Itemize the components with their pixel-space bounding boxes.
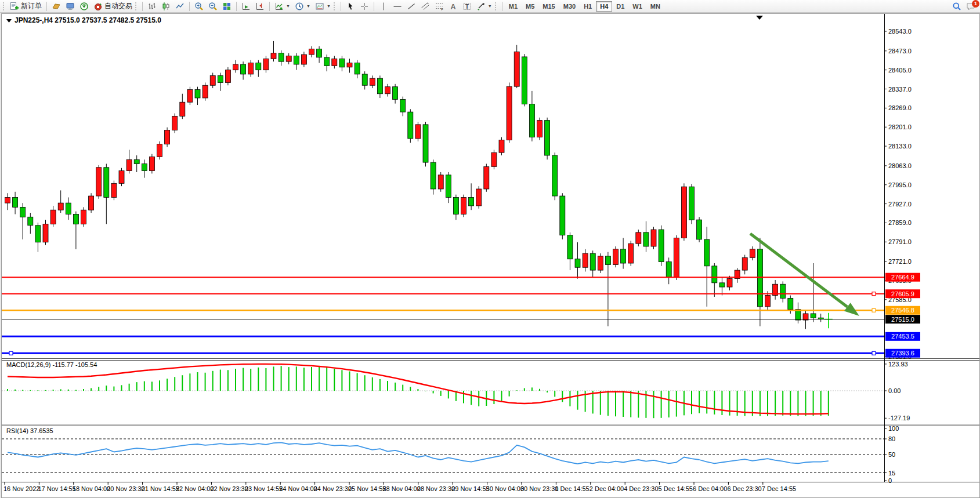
candle (50, 210, 56, 224)
timeframe-D1[interactable]: D1 (612, 1, 628, 12)
candlestick-chart-icon (161, 2, 171, 11)
vline-tool-button[interactable] (377, 1, 390, 12)
candle (552, 155, 558, 196)
autotrade-button[interactable]: 自动交易 (91, 1, 135, 12)
templates-icon (315, 2, 324, 11)
candle (142, 164, 147, 171)
candle (415, 125, 421, 139)
timeframe-H1[interactable]: H1 (580, 1, 596, 12)
text-tool-button[interactable]: A (446, 1, 460, 12)
fibonacci-tool-button[interactable]: F (432, 1, 446, 12)
crosshair-tool-button[interactable] (357, 1, 371, 12)
crosshair-icon (360, 2, 369, 11)
signals-button[interactable] (77, 1, 91, 12)
hline-tool-button[interactable] (390, 1, 404, 12)
market-watch-button[interactable] (63, 1, 77, 12)
chart-shift-button[interactable] (253, 1, 267, 12)
rsi-tick: 0 (888, 477, 892, 484)
zoom-in-button[interactable] (192, 1, 206, 12)
arrows-tool-button[interactable]: ▼ (474, 1, 494, 12)
time-label: 5 Dec 14:55 (659, 485, 693, 492)
hline-handle[interactable] (9, 351, 13, 355)
timeframe-M15[interactable]: M15 (538, 1, 559, 12)
alerts-button[interactable]: 1 (964, 1, 978, 12)
zoom-out-button[interactable] (206, 1, 220, 12)
candle (438, 175, 443, 189)
text-icon: A (449, 2, 458, 11)
candle (545, 121, 550, 155)
candle (461, 197, 467, 214)
candle (126, 159, 132, 170)
hline-handle[interactable] (872, 292, 876, 296)
trendline-tool-button[interactable] (404, 1, 418, 12)
price-tick: 28337.0 (888, 86, 912, 93)
timeframe-M5[interactable]: M5 (522, 1, 538, 12)
candle (195, 89, 200, 97)
candle (35, 226, 41, 242)
price-line-label: 27393.6 (891, 350, 914, 357)
label-tool-button[interactable]: T (460, 1, 474, 12)
candle (636, 232, 641, 243)
time-label: 6 Dec 04:00 (693, 485, 727, 492)
trendline-icon (407, 2, 416, 11)
time-label: 22 Nov 04:00 (176, 485, 214, 492)
search-button[interactable] (950, 1, 964, 12)
hline-handle[interactable] (872, 351, 876, 355)
templates-button[interactable]: ▼ (313, 1, 333, 12)
chevron-down-icon: ▼ (488, 4, 492, 8)
tile-windows-button[interactable] (220, 1, 234, 12)
chevron-down-icon: ▼ (306, 4, 310, 8)
rsi-tick: 50 (888, 451, 895, 458)
macd-label: MACD(12,26,9) -115.77 -105.54 (6, 361, 97, 368)
chart-background (2, 14, 979, 497)
new-order-button[interactable]: 新订单 (8, 1, 44, 12)
candle (704, 239, 710, 266)
candle (780, 284, 786, 298)
autotrade-label: 自动交易 (104, 1, 132, 11)
time-label: 21 Nov 14:55 (142, 485, 179, 492)
cursor-tool-button[interactable] (343, 1, 357, 12)
hline-handle[interactable] (872, 308, 876, 312)
candle (73, 214, 78, 224)
profile-button[interactable] (49, 1, 63, 12)
cursor-icon (346, 2, 355, 11)
price-line-label: 27453.5 (891, 333, 914, 340)
candlestick-chart-button[interactable] (159, 1, 173, 12)
candle (241, 64, 246, 74)
price-line-label: 27605.9 (891, 290, 914, 297)
candle (111, 183, 117, 197)
timeframe-MN[interactable]: MN (646, 1, 664, 12)
timeframe-H4[interactable]: H4 (596, 1, 612, 12)
toolbar: 新订单 自动交易 ▼ ▼ ▼ F A T ▼ M1M5M15M30H1H4D1W… (0, 0, 980, 13)
timeframe-M1[interactable]: M1 (505, 1, 522, 12)
bar-chart-button[interactable] (145, 1, 159, 12)
candle (28, 217, 33, 225)
terminal-icon (66, 2, 75, 11)
channel-tool-button[interactable] (418, 1, 432, 12)
candle (765, 296, 771, 307)
label-icon: T (462, 2, 472, 11)
chart-canvas[interactable]: 28543.028473.028405.028337.028269.028201… (2, 14, 979, 497)
arrows-icon (476, 2, 486, 11)
macd-tick: -127.19 (888, 415, 910, 421)
candle (476, 189, 482, 206)
candle (811, 314, 816, 318)
candle (484, 166, 489, 189)
timeframe-W1[interactable]: W1 (628, 1, 646, 12)
candle (134, 159, 139, 163)
candle (788, 298, 793, 309)
zoom-out-icon (208, 2, 218, 11)
periods-button[interactable]: ▼ (292, 1, 313, 12)
line-chart-button[interactable] (173, 1, 187, 12)
candle (385, 87, 390, 94)
candle (263, 59, 269, 70)
auto-scroll-button[interactable] (239, 1, 253, 12)
candle (332, 59, 337, 66)
indicators-button[interactable]: ▼ (272, 1, 292, 12)
time-label: 2 Dec 04:00 (590, 485, 624, 492)
time-label: 24 Nov 04:00 (279, 485, 317, 492)
separator (269, 2, 270, 11)
time-label: 30 Nov 23:30 (520, 485, 558, 492)
timeframe-M30[interactable]: M30 (559, 1, 580, 12)
candle (149, 157, 154, 170)
